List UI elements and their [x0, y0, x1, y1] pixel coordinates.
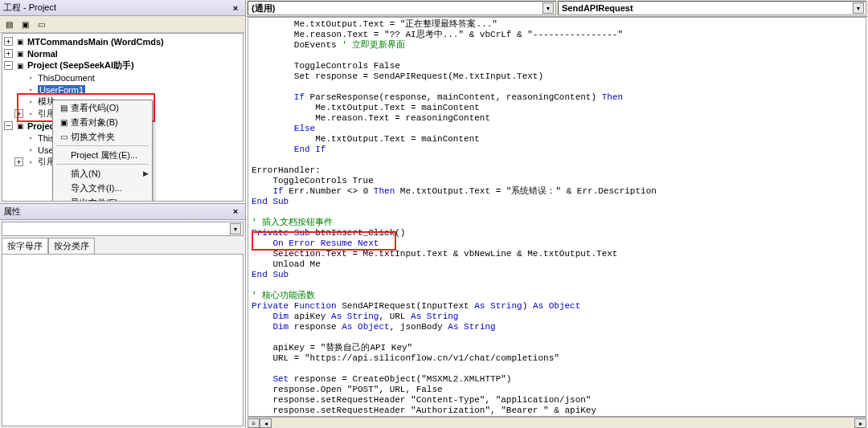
scroll-left-arrow-icon[interactable]: ◂ — [260, 418, 272, 428]
object-combo[interactable]: (通用) ▾ — [248, 1, 556, 15]
ctx-insert[interactable]: 插入(N)▶ — [53, 166, 152, 181]
tree-node[interactable]: Normal — [27, 49, 58, 59]
horizontal-scrollbar[interactable]: ≡ ◂ ▸ — [248, 417, 866, 428]
object-icon: ▣ — [56, 118, 71, 127]
folder-icon: ▭ — [56, 132, 71, 141]
view-code-icon[interactable]: ▤ — [2, 17, 16, 31]
object-combo-value: (通用) — [252, 2, 275, 14]
ctx-separator — [56, 164, 149, 165]
procedure-combo-value: SendAPIRequest — [562, 3, 633, 13]
tree-node[interactable]: Project (SeepSeekAI助手) — [27, 59, 134, 71]
expand-icon[interactable]: − — [4, 61, 13, 70]
ref-icon: ▫ — [25, 108, 36, 119]
expand-icon[interactable]: + — [4, 49, 13, 58]
code-combo-row: (通用) ▾ SendAPIRequest ▾ — [246, 0, 868, 17]
ctx-import-file[interactable]: 导入文件(I)... — [53, 181, 152, 195]
expand-icon[interactable]: + — [14, 157, 23, 166]
project-panel-title: 工程 - Project — [3, 2, 56, 14]
code-content[interactable]: Me.txtOutput.Text = "正在整理最终答案..." Me.rea… — [248, 18, 866, 417]
form-icon: ▫ — [25, 145, 36, 155]
ctx-view-object[interactable]: ▣查看对象(B) — [53, 115, 152, 129]
properties-tabs: 按字母序 按分类序 — [2, 238, 244, 254]
ctx-project-properties[interactable]: Project 属性(E)... — [53, 148, 152, 162]
project-icon: ▣ — [14, 48, 26, 59]
project-tree[interactable]: +▣MTCommandsMain (WordCmds) +▣Normal −▣P… — [2, 33, 244, 202]
doc-icon: ▫ — [25, 72, 36, 83]
tree-thisdocument[interactable]: ThisDocument — [38, 73, 95, 83]
procedure-combo[interactable]: SendAPIRequest ▾ — [558, 1, 866, 15]
project-panel-titlebar: 工程 - Project × — [0, 0, 245, 16]
tree-userform1-selected[interactable]: UserForm1 — [38, 85, 85, 95]
project-panel-close-button[interactable]: × — [229, 2, 242, 14]
project-panel-toolbar: ▤ ▣ ▭ — [0, 16, 245, 33]
project-icon: ▣ — [14, 60, 26, 71]
ctx-view-code[interactable]: ▤查看代码(O) — [53, 100, 152, 115]
tab-categorized[interactable]: 按分类序 — [48, 238, 95, 254]
submenu-arrow-icon: ▶ — [143, 169, 149, 177]
project-icon: ▣ — [14, 120, 26, 131]
expand-icon[interactable]: + — [14, 109, 23, 118]
view-object-icon[interactable]: ▣ — [18, 17, 32, 31]
properties-grid[interactable] — [2, 254, 244, 426]
form-icon: ▫ — [25, 84, 36, 95]
toggle-folders-icon[interactable]: ▭ — [34, 17, 48, 31]
project-explorer-panel: 工程 - Project × ▤ ▣ ▭ +▣MTCommandsMain (W… — [0, 0, 246, 428]
expand-icon[interactable]: + — [4, 37, 13, 46]
code-editor[interactable]: Me.txtOutput.Text = "正在整理最终答案..." Me.rea… — [248, 17, 866, 417]
scroll-left-icon[interactable]: ≡ — [248, 418, 260, 428]
module-icon: ▫ — [25, 96, 36, 107]
scroll-right-arrow-icon[interactable]: ▸ — [854, 418, 866, 428]
ctx-export-file[interactable]: 导出文件(E)... — [53, 195, 152, 202]
code-editor-panel: (通用) ▾ SendAPIRequest ▾ Me.txtOutput.Tex… — [246, 0, 868, 428]
tree-node[interactable]: MTCommandsMain (WordCmds) — [27, 37, 164, 47]
code-icon: ▤ — [56, 104, 71, 112]
properties-titlebar: 属性 × — [0, 204, 245, 220]
ctx-separator — [56, 145, 149, 146]
properties-close-button[interactable]: × — [229, 206, 242, 217]
project-icon: ▣ — [14, 36, 26, 47]
ctx-switch-folder[interactable]: ▭切换文件夹 — [53, 129, 152, 144]
dropdown-arrow-icon[interactable]: ▾ — [230, 223, 241, 234]
properties-object-combo[interactable]: ▾ — [2, 222, 244, 236]
tab-alphabetic[interactable]: 按字母序 — [2, 238, 48, 254]
properties-title-text: 属性 — [3, 206, 21, 218]
properties-panel: 属性 × ▾ 按字母序 按分类序 — [0, 203, 245, 428]
scroll-track[interactable] — [272, 418, 854, 428]
doc-icon: ▫ — [25, 132, 36, 143]
context-menu: ▤查看代码(O) ▣查看对象(B) ▭切换文件夹 Project 属性(E)..… — [52, 100, 153, 202]
ref-icon: ▫ — [25, 157, 36, 167]
expand-icon[interactable]: − — [4, 121, 13, 130]
dropdown-arrow-icon[interactable]: ▾ — [542, 2, 554, 14]
dropdown-arrow-icon[interactable]: ▾ — [853, 2, 864, 14]
